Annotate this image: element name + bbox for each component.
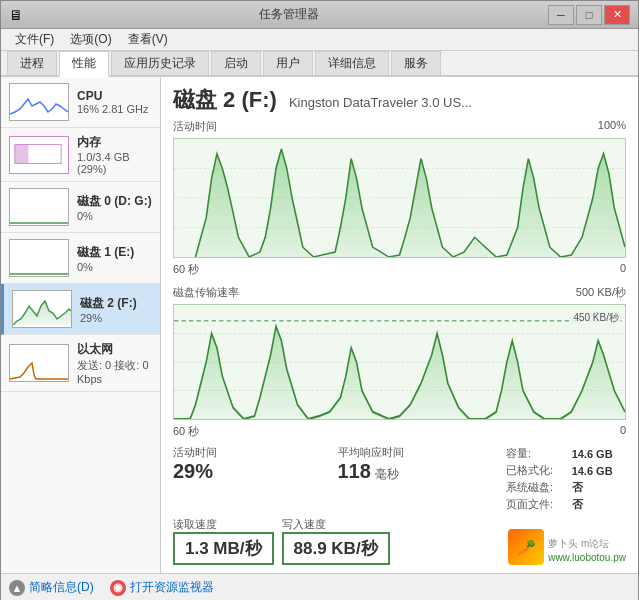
perf-item-memory[interactable]: 内存 1.0/3.4 GB (29%) — [1, 128, 160, 182]
active-time-group: 活动时间 29% — [173, 445, 322, 483]
open-label: 打开资源监视器 — [130, 579, 214, 596]
bottombar: ▲ 简略信息(D) ◉ 打开资源监视器 — [1, 573, 638, 600]
read-speed-label: 读取速度 — [173, 517, 274, 532]
watermark-line1: 萝卜头 m论坛 — [548, 537, 626, 551]
disk0-info: 磁盘 0 (D: G:) 0% — [77, 193, 152, 222]
speed-row: 读取速度 1.3 MB/秒 写入速度 88.9 KB/秒 🥕 萝卜头 m论坛 — [173, 517, 626, 565]
tab-app-history[interactable]: 应用历史记录 — [111, 51, 209, 75]
menu-options[interactable]: 选项(O) — [62, 29, 119, 50]
avg-response-unit: 毫秒 — [375, 466, 399, 483]
avg-response-row: 118 毫秒 — [338, 460, 487, 483]
tabbar: 进程 性能 应用历史记录 启动 用户 详细信息 服务 — [1, 51, 638, 77]
capacity-value: 14.6 GB — [568, 445, 626, 462]
read-speed-box: 1.3 MB/秒 — [173, 532, 274, 565]
perf-item-cpu[interactable]: CPU 16% 2.81 GHz — [1, 77, 160, 128]
right-stats-table: 容量: 14.6 GB 已格式化: 14.6 GB 系统磁盘: 否 页面文件 — [486, 445, 626, 513]
close-button[interactable]: ✕ — [604, 5, 630, 25]
network-thumbnail — [9, 344, 69, 382]
cpu-info: CPU 16% 2.81 GHz — [77, 89, 152, 115]
tab-performance[interactable]: 性能 — [59, 51, 109, 77]
tab-services[interactable]: 服务 — [391, 51, 441, 75]
activity-chart — [173, 138, 626, 258]
activity-label: 活动时间 — [173, 119, 217, 134]
watermark-logo: 🥕 — [508, 529, 544, 565]
tab-startup[interactable]: 启动 — [211, 51, 261, 75]
memory-info: 内存 1.0/3.4 GB (29%) — [77, 134, 152, 175]
titlebar-buttons: ─ □ ✕ — [548, 5, 630, 25]
menubar: 文件(F) 选项(O) 查看(V) — [1, 29, 638, 51]
disk-header: 磁盘 2 (F:) Kingston DataTraveler 3.0 US..… — [173, 85, 626, 115]
watermark-area: 🥕 萝卜头 m论坛 www.luobotou.pw — [508, 517, 626, 565]
svg-rect-1 — [15, 144, 29, 163]
menu-view[interactable]: 查看(V) — [120, 29, 176, 50]
formatted-label: 已格式化: — [502, 462, 568, 479]
menu-file[interactable]: 文件(F) — [7, 29, 62, 50]
network-value: 发送: 0 接收: 0 Kbps — [77, 358, 152, 385]
transfer-time-labels: 60 秒 0 — [173, 424, 626, 439]
titlebar: 🖥 任务管理器 ─ □ ✕ — [1, 1, 638, 29]
maximize-button[interactable]: □ — [576, 5, 602, 25]
transfer-time-right: 0 — [620, 424, 626, 439]
disk-title: 磁盘 2 (F:) — [173, 85, 277, 115]
page-file-value: 否 — [568, 496, 626, 513]
transfer-label-right: 500 KB/秒 — [576, 285, 626, 300]
open-icon: ◉ — [110, 580, 126, 596]
perf-item-disk0[interactable]: 磁盘 0 (D: G:) 0% — [1, 182, 160, 233]
capacity-row: 容量: 14.6 GB — [502, 445, 626, 462]
transfer-chart-labels: 磁盘传输速率 500 KB/秒 — [173, 285, 626, 300]
summary-button[interactable]: ▲ 简略信息(D) — [9, 579, 94, 596]
watermark-line2: www.luobotou.pw — [548, 551, 626, 565]
window-icon: 🖥 — [9, 7, 29, 23]
perf-item-network[interactable]: 以太网 发送: 0 接收: 0 Kbps — [1, 335, 160, 392]
page-file-row: 页面文件: 否 — [502, 496, 626, 513]
formatted-value: 14.6 GB — [568, 462, 626, 479]
disk1-label: 磁盘 1 (E:) — [77, 244, 152, 261]
disk0-thumbnail — [9, 188, 69, 226]
activity-time-left: 60 秒 — [173, 262, 199, 277]
open-monitor-button[interactable]: ◉ 打开资源监视器 — [110, 579, 214, 596]
avg-response-group: 平均响应时间 118 毫秒 — [338, 445, 487, 483]
left-panel: CPU 16% 2.81 GHz 内存 1.0/3.4 GB (29%) — [1, 77, 161, 573]
avg-response-value: 118 — [338, 460, 371, 483]
disk2-value: 29% — [80, 312, 152, 324]
write-speed-label: 写入速度 — [282, 517, 390, 532]
active-time-label: 活动时间 — [173, 445, 322, 460]
minimize-button[interactable]: ─ — [548, 5, 574, 25]
system-disk-label: 系统磁盘: — [502, 479, 568, 496]
cpu-label: CPU — [77, 89, 152, 103]
window-title: 任务管理器 — [29, 6, 548, 23]
chart-section: 活动时间 100% — [173, 119, 626, 439]
write-speed-box: 88.9 KB/秒 — [282, 532, 390, 565]
tab-process[interactable]: 进程 — [7, 51, 57, 75]
left-stats: 活动时间 29% 平均响应时间 118 毫秒 — [173, 445, 486, 483]
disk0-label: 磁盘 0 (D: G:) — [77, 193, 152, 210]
disk1-info: 磁盘 1 (E:) 0% — [77, 244, 152, 273]
transfer-label: 磁盘传输速率 — [173, 285, 239, 300]
page-file-label: 页面文件: — [502, 496, 568, 513]
network-info: 以太网 发送: 0 接收: 0 Kbps — [77, 341, 152, 385]
perf-item-disk2[interactable]: 磁盘 2 (F:) 29% — [1, 284, 160, 335]
disk0-value: 0% — [77, 210, 152, 222]
disk1-thumbnail — [9, 239, 69, 277]
perf-item-disk1[interactable]: 磁盘 1 (E:) 0% — [1, 233, 160, 284]
cpu-value: 16% 2.81 GHz — [77, 103, 152, 115]
network-label: 以太网 — [77, 341, 152, 358]
capacity-label: 容量: — [502, 445, 568, 462]
transfer-chart: 450 KB/秒 — [173, 304, 626, 420]
read-speed-group: 读取速度 1.3 MB/秒 — [173, 517, 274, 565]
disk-subtitle: Kingston DataTraveler 3.0 US... — [289, 95, 472, 110]
disk2-info: 磁盘 2 (F:) 29% — [80, 295, 152, 324]
disk2-label: 磁盘 2 (F:) — [80, 295, 152, 312]
summary-label: 简略信息(D) — [29, 579, 94, 596]
tab-details[interactable]: 详细信息 — [315, 51, 389, 75]
memory-thumbnail — [9, 136, 69, 174]
disk2-thumbnail — [12, 290, 72, 328]
memory-label: 内存 — [77, 134, 152, 151]
main-content: CPU 16% 2.81 GHz 内存 1.0/3.4 GB (29%) — [1, 77, 638, 573]
activity-chart-labels: 活动时间 100% — [173, 119, 626, 134]
system-disk-value: 否 — [568, 479, 626, 496]
tab-users[interactable]: 用户 — [263, 51, 313, 75]
memory-value: 1.0/3.4 GB (29%) — [77, 151, 152, 175]
stats-area: 活动时间 29% 平均响应时间 118 毫秒 容 — [173, 445, 626, 513]
active-time-value: 29% — [173, 460, 322, 483]
